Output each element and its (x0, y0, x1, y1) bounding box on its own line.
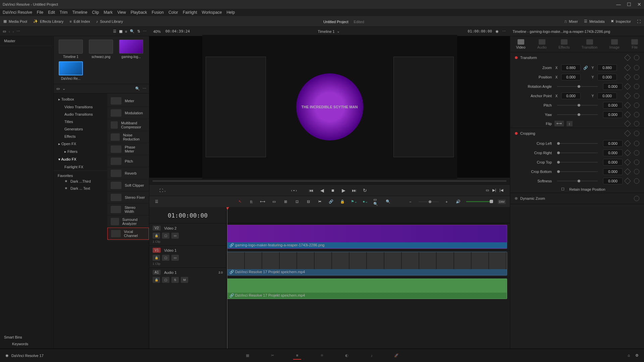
fx-item[interactable]: Meter (107, 95, 149, 107)
search-icon[interactable]: 🔍 (130, 29, 135, 34)
keyframe-icon[interactable] (624, 178, 631, 184)
color-page-tab[interactable]: ◐ (343, 352, 351, 360)
media-clip[interactable]: gaming-log... (117, 40, 145, 59)
inspector-tab-image[interactable]: Image (609, 39, 620, 49)
fx-category[interactable]: ▸ Open FX (54, 140, 107, 148)
track-header-a1[interactable]: A1Audio 12.0 🔒▢SM (149, 267, 226, 285)
next-frame-button[interactable]: ⏭ (351, 187, 357, 193)
fx-item[interactable]: Soft Clipper (107, 179, 149, 191)
search-icon[interactable]: 🔍 (135, 86, 140, 91)
deliver-page-tab[interactable]: 🚀 (392, 352, 400, 360)
track-header-v1[interactable]: V1Video 1 🔒▢▭ 1 Clip (149, 245, 226, 267)
menu-item[interactable]: Edit (48, 10, 55, 15)
overwrite-tool[interactable]: ⊡ (293, 198, 300, 205)
dynamic-zoom-header[interactable]: Dynamic Zoom (510, 193, 644, 204)
loop-button[interactable]: ↻ (362, 187, 368, 193)
playhead[interactable] (227, 207, 227, 349)
edit-index-toggle[interactable]: ≡Edit Index (69, 19, 90, 23)
fx-category[interactable]: Fairlight FX (54, 163, 107, 171)
lock-icon[interactable]: 🔒 (153, 277, 160, 283)
fx-panel-icon[interactable]: ▭ (56, 86, 60, 91)
menu-item[interactable]: File (37, 10, 43, 15)
track-a1[interactable]: 🔗 DaVinci Resolve 17 Projekt speichern.m… (226, 277, 510, 300)
master-bin[interactable]: Master (0, 36, 53, 46)
timeline-ruler[interactable] (226, 207, 510, 223)
reset-icon[interactable] (634, 178, 639, 184)
pitch-input[interactable] (603, 102, 623, 109)
pos-y-input[interactable] (597, 74, 617, 80)
disable-icon[interactable]: ▭ (171, 233, 179, 239)
crop-right-slider[interactable] (557, 153, 598, 153)
fx-category[interactable]: Audio Transitions (54, 111, 107, 118)
viewer-zoom[interactable]: 40% (153, 29, 161, 34)
fx-category[interactable]: Generators (54, 125, 107, 133)
keyframe-icon[interactable] (624, 111, 631, 118)
edit-page-tab[interactable]: ≡ (293, 352, 301, 360)
media-page-tab[interactable]: ▦ (244, 352, 252, 360)
crop-top-slider[interactable] (557, 162, 598, 163)
crop-right-input[interactable] (603, 149, 623, 156)
reset-icon[interactable] (634, 169, 639, 174)
reset-icon[interactable] (634, 141, 639, 146)
minimize-button[interactable]: — (616, 2, 621, 7)
pos-x-input[interactable] (561, 74, 581, 80)
smart-bins-header[interactable]: Smart Bins (4, 335, 49, 339)
zoom-in-icon[interactable]: + (443, 198, 450, 205)
reset-icon[interactable] (634, 74, 639, 80)
loop-icon[interactable]: ◉ (495, 29, 499, 34)
volume-icon[interactable]: 🔊 (455, 198, 462, 205)
fx-item-selected[interactable]: Vocal Channel (107, 228, 149, 240)
dim-button[interactable]: DIM (498, 199, 506, 204)
media-pool-toggle[interactable]: ▦Media Pool (3, 19, 27, 23)
clip-a1[interactable]: 🔗 DaVinci Resolve 17 Projekt speichern.m… (227, 279, 507, 299)
first-frame-button[interactable]: ⏮ (308, 187, 314, 193)
reset-icon[interactable] (634, 55, 639, 60)
link-icon[interactable]: 🔗 (583, 66, 588, 70)
fx-category[interactable]: Video Transitions (54, 103, 107, 111)
rotation-input[interactable] (603, 83, 623, 90)
crop-left-input[interactable] (603, 140, 623, 147)
sound-library-toggle[interactable]: ♪Sound Library (96, 19, 123, 23)
zoom-x-input[interactable] (561, 64, 581, 71)
fusion-page-tab[interactable]: ⚛ (318, 352, 326, 360)
lock-tool[interactable]: 🔒 (339, 198, 346, 205)
enable-dot-icon[interactable] (515, 56, 518, 59)
rotation-slider[interactable] (557, 86, 598, 87)
prev-edit-icon[interactable]: ‹ • › (291, 188, 297, 192)
fx-item[interactable]: Stereo Width (107, 203, 149, 216)
track-v2[interactable]: 🔗 gaming-logo-maker-featuring-a-reaper-1… (226, 223, 510, 250)
clip-v2[interactable]: 🔗 gaming-logo-maker-featuring-a-reaper-1… (227, 225, 507, 249)
cropping-header[interactable]: Cropping (510, 128, 644, 139)
expand-icon[interactable]: ⛶ (637, 19, 641, 23)
inspector-tab-video[interactable]: Video (516, 39, 526, 49)
match-frame-icon[interactable]: ▭ (486, 188, 489, 192)
menu-item[interactable]: DaVinci Resolve (3, 10, 32, 15)
keyframe-icon[interactable] (624, 54, 631, 61)
lock-icon[interactable]: 🔒 (153, 233, 160, 239)
crop-bottom-slider[interactable] (557, 171, 598, 172)
favorite-item[interactable]: ★Dark ...Third (58, 178, 103, 185)
cut-page-tab[interactable]: ✂ (268, 352, 276, 360)
reset-icon[interactable] (634, 112, 639, 117)
prev-frame-button[interactable]: ◀ (319, 187, 325, 193)
anchor-y-input[interactable] (597, 93, 617, 99)
more-icon[interactable]: ⋯ (16, 29, 20, 34)
disable-icon[interactable]: ▭ (171, 255, 179, 261)
retain-checkbox[interactable]: ☐ (561, 187, 565, 191)
dynamic-trim-tool[interactable]: ⟷ (259, 198, 266, 205)
zoom-slider[interactable] (419, 201, 439, 202)
fx-category[interactable]: Titles (54, 118, 107, 125)
lock-icon[interactable]: 🔒 (153, 255, 160, 261)
reset-icon[interactable] (634, 121, 639, 126)
fairlight-page-tab[interactable]: ♪ (368, 352, 376, 360)
nav-back-icon[interactable]: ‹ (9, 29, 10, 34)
reset-icon[interactable] (634, 65, 639, 70)
menu-item[interactable]: Timeline (72, 10, 87, 15)
reset-icon[interactable] (634, 150, 639, 156)
viewer[interactable]: THE INCREDIBLE SCYTHE MAN (149, 36, 510, 178)
softness-slider[interactable] (557, 181, 598, 181)
mute-button[interactable]: M (181, 277, 188, 283)
fx-item[interactable]: Phase Meter (107, 143, 149, 155)
track-header-v2[interactable]: V2Video 2 🔒▢▭ 1 Clip (149, 223, 226, 245)
reset-icon[interactable] (634, 196, 639, 201)
